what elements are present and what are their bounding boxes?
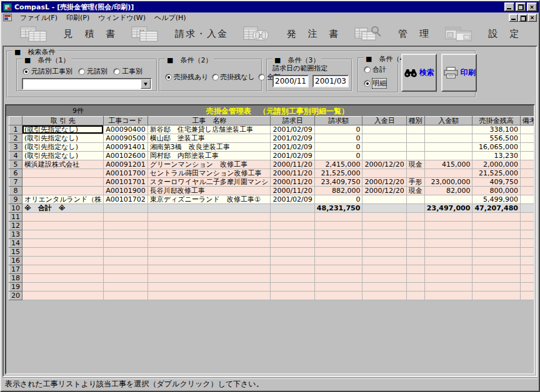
grid-cell-name[interactable] [148,283,271,292]
grid-cell-pay_amt[interactable]: 415,000 [424,160,472,169]
radio-by-project[interactable]: 工事別 [113,67,142,76]
table-row[interactable]: 16 [9,257,536,265]
grid-cell-pay_amt[interactable] [424,274,472,283]
grid-cell-note[interactable] [521,265,535,274]
grid-cell-type[interactable]: 手形 [406,178,424,187]
grid-cell-code[interactable] [104,274,148,283]
grid-cell-pay_amt[interactable]: 23,000,000 [424,178,472,187]
grid-cell-note[interactable] [521,134,535,143]
grid-cell-client[interactable] [22,274,104,283]
grid-cell-type[interactable] [406,248,424,257]
grid-cell-client[interactable]: (取引先指定なし) [22,125,104,134]
grid-cell-name[interactable]: 岡村邸 内部塗装工事 [148,152,271,160]
table-row[interactable]: 20 [9,292,536,300]
grid-cell-note[interactable] [521,213,535,222]
grid-cell-client[interactable]: 横浜建設株式会社 [22,160,104,169]
grid-cell-bill_date[interactable]: 2001/02/09 [271,125,314,134]
grid-cell-code[interactable]: A00101700 [104,169,148,178]
grid-cell-pay_date[interactable] [362,195,406,204]
grid-cell-type[interactable] [406,274,424,283]
grid-cell-bill_date[interactable] [271,239,314,248]
child-close-button[interactable]: × [528,14,537,22]
table-row[interactable]: 15 [9,248,536,257]
close-button[interactable]: × [527,2,537,11]
grid-cell-type[interactable] [406,125,424,134]
grid-cell-pay_date[interactable] [362,230,406,239]
grid-cell-bill_date[interactable]: 2001/02/09 [271,134,314,143]
grid-cell-bill_amt[interactable]: 0 [314,195,362,204]
row-number[interactable]: 6 [9,169,22,178]
grid-cell-pay_amt[interactable] [424,143,472,152]
grid-cell-client[interactable] [22,257,104,265]
grid-cell-name[interactable] [148,265,271,274]
grid-cell-bill_date[interactable]: 2000/11/20 [271,178,314,187]
radio-by-contractor[interactable]: 元請別 [78,67,108,76]
grid-cell-balance[interactable] [472,248,521,257]
row-number[interactable]: 7 [9,178,22,187]
grid-cell-balance[interactable]: 21,525,000 [472,169,521,178]
grid-cell-note[interactable] [521,187,535,195]
print-button[interactable]: 印刷 [441,54,477,92]
row-number[interactable]: 17 [9,265,22,274]
toolbar-billing-button[interactable]: ¥ 請求・入金 [131,26,228,42]
grid-cell-balance[interactable] [472,230,521,239]
grid-cell-pay_date[interactable]: 2000/12/20 [362,160,406,169]
grid-cell-bill_date[interactable] [271,292,314,300]
table-row[interactable]: 6A00101700セントラル蒔田マンション改修工事2000/11/2021,5… [9,169,536,178]
grid-cell-bill_date[interactable] [271,257,314,265]
grid-cell-balance[interactable]: 338,100 [472,125,521,134]
toolbar-estimate-button[interactable]: 見 積 書 [20,26,117,42]
grid-cell-note[interactable] [521,143,535,152]
grid-cell-name[interactable] [148,230,271,239]
grid-cell-pay_date[interactable] [362,274,406,283]
table-row[interactable]: 19 [9,283,536,292]
grid-cell-balance[interactable] [472,257,521,265]
grid-cell-pay_amt[interactable]: 82,000 [424,187,472,195]
grid-cell-client[interactable] [22,230,104,239]
toolbar-settings-button[interactable]: 設 定 [445,26,521,42]
grid-cell-name[interactable]: グリーンマンション 改修工事 [148,160,271,169]
table-row[interactable]: 17 [9,265,536,274]
table-row[interactable]: 9オリエンタルランド（株A00101702東京ディズニーランド 改修工事①200… [9,195,536,204]
grid-cell-name[interactable]: 横山邸 塗装工事 [148,134,271,143]
grid-cell-code[interactable] [104,248,148,257]
grid-cell-type[interactable] [406,143,424,152]
grid-cell-pay_date[interactable] [362,248,406,257]
grid-cell-bill_amt[interactable] [314,274,362,283]
grid-cell-balance[interactable]: 16,065,000 [472,143,521,152]
grid-cell-name[interactable] [148,257,271,265]
grid-cell-bill_amt[interactable]: 0 [314,152,362,160]
radio-without-balance[interactable]: 売掛残なし [212,72,256,82]
grid-cell-pay_amt[interactable] [424,169,472,178]
grid-cell-pay_date[interactable] [362,134,406,143]
grid-cell-type[interactable] [406,152,424,160]
minimize-button[interactable] [504,2,514,11]
grid-cell-note[interactable] [521,152,535,160]
grid-cell-balance[interactable]: 13,230 [472,152,521,160]
row-number[interactable]: 15 [9,248,22,257]
grid-cell-name[interactable] [148,239,271,248]
grid-cell-type[interactable] [406,195,424,204]
grid-cell-balance[interactable]: 47,207,480 [472,204,521,213]
grid-cell-pay_date[interactable] [362,222,406,230]
grid-cell-balance[interactable]: 800,000 [472,187,521,195]
grid-cell-bill_amt[interactable] [314,213,362,222]
grid-cell-note[interactable] [521,125,535,134]
menu-print[interactable]: 印刷(P) [62,12,94,23]
menu-file[interactable]: ファイル(F) [16,12,62,23]
grid-cell-bill_amt[interactable] [314,248,362,257]
grid-cell-pay_amt[interactable] [424,265,472,274]
row-number[interactable]: 3 [9,143,22,152]
grid-cell-bill_amt[interactable]: 882,000 [314,187,362,195]
grid-cell-note[interactable] [521,248,535,257]
grid-cell-client[interactable]: (取引先指定なし) [22,143,104,152]
grid-cell-balance[interactable]: 409,750 [472,178,521,187]
grid-cell-bill_amt[interactable] [314,222,362,230]
grid-cell-code[interactable] [104,222,148,230]
table-row[interactable]: 10※ 合計 ※48,231,75023,497,00047,207,480 [9,204,536,213]
grid-cell-pay_amt[interactable] [424,230,472,239]
grid-cell-bill_date[interactable]: 2001/02/09 [271,152,314,160]
row-number[interactable]: 2 [9,134,22,143]
child-restore-button[interactable] [518,14,528,22]
search-button[interactable]: 検索 [401,54,437,92]
